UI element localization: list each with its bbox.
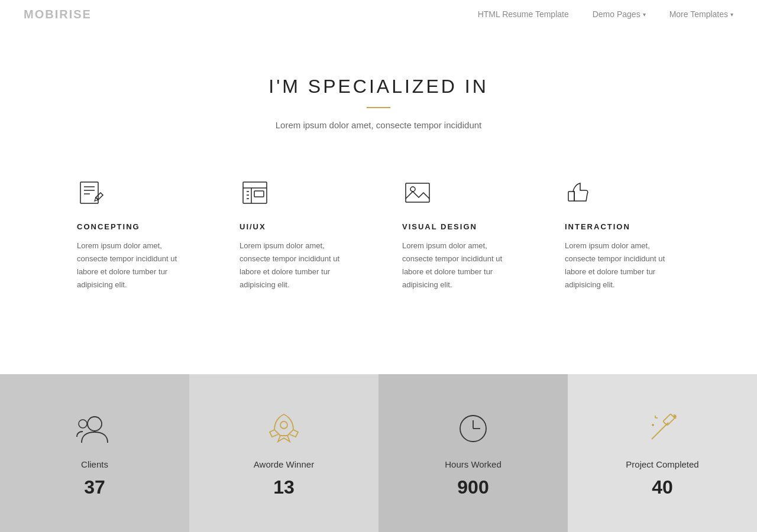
- layout-icon: [240, 177, 270, 208]
- concepting-title: CONCEPTING: [77, 222, 192, 231]
- svg-point-15: [79, 420, 87, 428]
- skill-concepting: CONCEPTING Lorem ipsum dolor amet, conse…: [53, 166, 216, 303]
- specialized-title: I'M SPECIALIZED IN: [47, 76, 710, 98]
- chevron-down-icon: ▾: [643, 11, 646, 18]
- svg-rect-4: [243, 182, 267, 203]
- stat-project-completed: Project Completed 40: [568, 374, 757, 532]
- skill-interaction: INTERACTION Lorem ipsum dolor amet, cons…: [541, 166, 704, 303]
- visual-design-title: VISUAL DESIGN: [402, 222, 517, 231]
- specialized-subtitle: Lorem ipsum dolor amet, consecte tempor …: [47, 120, 710, 130]
- uiux-title: UI/UX: [240, 222, 355, 231]
- svg-point-12: [410, 187, 415, 192]
- image-icon: [402, 177, 433, 208]
- svg-rect-11: [406, 183, 429, 202]
- specialized-section: I'M SPECIALIZED IN Lorem ipsum dolor ame…: [0, 28, 757, 339]
- nav-link-demo-pages[interactable]: Demo Pages ▾: [593, 9, 646, 19]
- svg-rect-13: [568, 192, 574, 201]
- person-icon: [76, 410, 114, 447]
- uiux-desc: Lorem ipsum dolor amet, consecte tempor …: [240, 239, 355, 291]
- clients-label: Clients: [81, 459, 108, 469]
- svg-rect-21: [663, 414, 675, 426]
- aworde-number: 13: [273, 476, 295, 498]
- concepting-desc: Lorem ipsum dolor amet, consecte tempor …: [77, 239, 192, 291]
- svg-point-16: [280, 421, 287, 429]
- visual-design-desc: Lorem ipsum dolor amet, consecte tempor …: [402, 239, 517, 291]
- svg-rect-10: [254, 191, 264, 197]
- interaction-title: INTERACTION: [565, 222, 680, 231]
- project-number: 40: [652, 476, 673, 498]
- rocket-icon: [265, 410, 303, 447]
- chevron-down-icon: ▾: [730, 11, 733, 18]
- skill-visual-design: VISUAL DESIGN Lorem ipsum dolor amet, co…: [378, 166, 541, 303]
- stat-hours-worked: Hours Worked 900: [378, 374, 568, 532]
- section-divider: [367, 107, 390, 108]
- svg-rect-0: [80, 182, 98, 203]
- clock-icon: [454, 410, 492, 447]
- hours-label: Hours Worked: [445, 459, 502, 469]
- interaction-desc: Lorem ipsum dolor amet, consecte tempor …: [565, 239, 680, 291]
- project-label: Project Completed: [626, 459, 698, 469]
- hours-number: 900: [457, 476, 489, 498]
- clients-number: 37: [84, 476, 105, 498]
- nav-link-more-templates[interactable]: More Templates ▾: [669, 9, 733, 19]
- thumbsup-icon: [565, 177, 596, 208]
- nav-links: HTML Resume Template Demo Pages ▾ More T…: [478, 9, 733, 19]
- skill-uiux: UI/UX Lorem ipsum dolor amet, consecte t…: [216, 166, 378, 303]
- edit-icon: [77, 177, 108, 208]
- logo: MOBIRISE: [24, 8, 92, 21]
- skills-grid: CONCEPTING Lorem ipsum dolor amet, conse…: [53, 166, 704, 303]
- stat-clients: Clients 37: [0, 374, 189, 532]
- stats-section: Clients 37 Aworde Winner 13 Hours Worked…: [0, 374, 757, 532]
- svg-line-20: [652, 423, 668, 439]
- svg-point-14: [88, 417, 102, 431]
- navbar: MOBIRISE HTML Resume Template Demo Pages…: [0, 0, 757, 28]
- nav-link-html-resume[interactable]: HTML Resume Template: [478, 9, 569, 19]
- magic-icon: [643, 410, 681, 447]
- aworde-label: Aworde Winner: [254, 459, 314, 469]
- stat-aworde-winner: Aworde Winner 13: [189, 374, 378, 532]
